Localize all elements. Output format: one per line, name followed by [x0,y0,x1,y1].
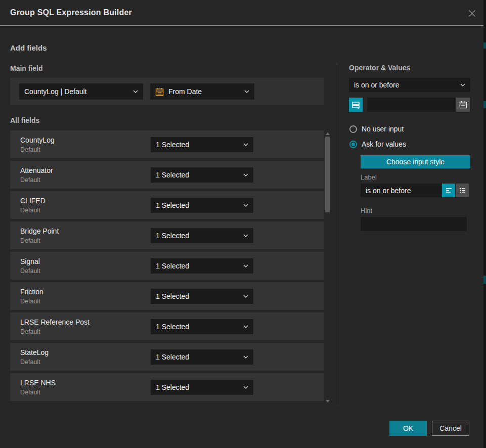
chevron-down-icon [243,234,248,237]
all-fields-list: CountyLog Default 1 Selected Attenuator … [10,130,324,404]
radio-ask-for-values-label: Ask for values [362,140,406,148]
field-name: CLIFED [20,197,151,205]
field-row: StateLog Default 1 Selected [10,343,324,371]
close-button[interactable] [465,6,479,20]
field-values-select[interactable]: 1 Selected [151,228,253,243]
add-fields-heading: Add fields [10,43,47,52]
field-row: CLIFED Default 1 Selected [10,191,324,219]
chevron-down-icon [243,264,248,267]
field-values-select[interactable]: 1 Selected [151,319,253,334]
field-values-select[interactable]: 1 Selected [151,137,253,152]
field-subtitle: Default [20,359,151,366]
operator-values-panel: Operator & Values is on or before [349,64,470,231]
date-picker-button[interactable] [456,98,470,112]
choose-input-style-button[interactable]: Choose input style [361,155,470,168]
value-input[interactable] [367,98,455,112]
radio-selected-icon [349,141,357,148]
operator-select[interactable]: is on or before [349,78,470,92]
fields-list-scrollbar [324,130,331,405]
field-row: Attenuator Default 1 Selected [10,161,324,189]
main-field-label: Main field [10,64,43,72]
field-row: LRSE Reference Post Default 1 Selected [10,312,324,340]
field-values-select-value: 1 Selected [156,292,240,300]
field-name: Signal [20,257,151,265]
field-info: Signal Default [20,257,151,275]
field-name: Attenuator [20,166,151,174]
chevron-down-icon [243,204,248,207]
value-input-row [349,98,470,112]
field-name: LRSE Reference Post [20,318,151,326]
group-sql-expression-builder-dialog: Group SQL Expression Builder Add fields … [0,0,486,448]
unique-values-button[interactable] [349,98,363,112]
field-subtitle: Default [20,298,151,305]
panel-divider [337,63,337,405]
close-icon [468,10,476,17]
field-subtitle: Default [20,389,151,396]
field-info: Attenuator Default [20,166,151,184]
label-input[interactable] [361,184,441,197]
field-values-select[interactable]: 1 Selected [151,349,253,365]
field-subtitle: Default [20,207,151,214]
field-row: Signal Default 1 Selected [10,252,324,280]
calendar-icon [459,101,467,109]
field-values-select-value: 1 Selected [156,323,240,331]
field-row: Bridge Point Default 1 Selected [10,221,324,249]
field-values-select[interactable]: 1 Selected [151,289,253,304]
ok-button[interactable]: OK [389,421,427,436]
field-subtitle: Default [20,146,151,153]
field-info: StateLog Default [20,348,151,366]
field-values-select[interactable]: 1 Selected [151,380,253,395]
field-values-select-value: 1 Selected [156,141,240,149]
field-row: LRSE NHS Default 1 Selected [10,373,324,401]
radio-circle-icon [349,125,357,133]
background-app-fragment [483,101,486,108]
field-row: CountyLog Default 1 Selected [10,130,324,158]
main-field-select[interactable]: From Date [150,83,254,100]
field-values-select-value: 1 Selected [156,262,240,270]
field-subtitle: Default [20,267,151,275]
field-values-select[interactable]: 1 Selected [151,258,253,274]
chevron-down-icon [243,355,248,359]
unique-values-icon [351,101,360,109]
layer-select[interactable]: CountyLog | Default [19,83,143,100]
radio-no-user-input-label: No user input [362,125,404,133]
chevron-down-icon [243,173,248,176]
scroll-down-arrow[interactable] [326,400,330,402]
dialog-titlebar: Group SQL Expression Builder [0,0,483,26]
chevron-down-icon [460,83,465,86]
field-values-select[interactable]: 1 Selected [151,167,253,183]
field-subtitle: Default [20,328,151,335]
background-app-sliver [483,0,486,448]
chevron-down-icon [244,90,249,93]
field-info: LRSE Reference Post Default [20,318,151,335]
field-row: Friction Default 1 Selected [10,282,324,310]
label-input-row [361,184,470,197]
field-info: Friction Default [20,288,151,305]
text-style-button[interactable] [442,184,455,197]
operator-values-heading: Operator & Values [349,64,470,72]
field-info: CLIFED Default [20,197,151,214]
radio-no-user-input[interactable]: No user input [349,125,470,133]
radio-ask-for-values[interactable]: Ask for values [349,140,470,148]
field-name: LRSE NHS [20,379,151,387]
field-info: LRSE NHS Default [20,379,151,396]
dialog-title: Group SQL Expression Builder [10,8,132,17]
list-style-button[interactable] [456,184,469,197]
field-info: Bridge Point Default [20,227,151,244]
field-values-select-value: 1 Selected [156,171,240,179]
field-name: CountyLog [20,136,151,144]
main-field-box: CountyLog | Default From Date [10,78,324,105]
background-app-fragment [483,276,486,284]
chevron-down-icon [243,386,248,389]
field-values-select[interactable]: 1 Selected [151,198,253,213]
scrollbar-thumb[interactable] [325,137,330,212]
hint-caption: Hint [361,207,470,214]
hint-input[interactable] [361,217,467,231]
field-name: Bridge Point [20,227,151,235]
operator-select-value: is on or before [354,81,457,89]
scroll-up-arrow[interactable] [326,132,330,135]
cancel-button[interactable]: Cancel [432,421,469,436]
background-app-fragment [483,42,486,49]
field-values-select-value: 1 Selected [156,353,240,361]
field-name: StateLog [20,348,151,356]
